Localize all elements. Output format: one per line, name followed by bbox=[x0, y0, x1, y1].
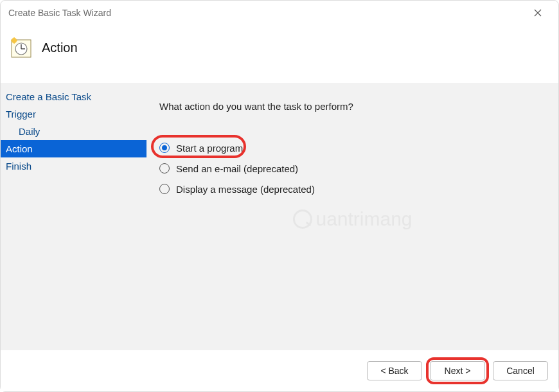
content-panel: What action do you want the task to perf… bbox=[146, 83, 558, 350]
radio-label-start-program[interactable]: Start a program bbox=[176, 143, 243, 154]
radio-row-send-email[interactable]: Send an e-mail (deprecated) bbox=[159, 158, 546, 179]
sidebar-item-label: Daily bbox=[19, 126, 40, 137]
close-button[interactable] bbox=[525, 3, 551, 22]
radio-display-message[interactable] bbox=[159, 184, 170, 194]
body: Create a Basic Task Trigger Daily Action… bbox=[1, 83, 558, 350]
header: Action bbox=[1, 25, 558, 70]
watermark: uantrimang bbox=[292, 208, 412, 230]
back-button[interactable]: < Back bbox=[367, 361, 422, 380]
window-title: Create Basic Task Wizard bbox=[8, 8, 525, 18]
sidebar-item-create-basic-task[interactable]: Create a Basic Task bbox=[1, 88, 146, 105]
sidebar-item-label: Create a Basic Task bbox=[6, 91, 91, 102]
svg-point-4 bbox=[12, 38, 17, 43]
prompt-text: What action do you want the task to perf… bbox=[159, 101, 546, 112]
sidebar: Create a Basic Task Trigger Daily Action… bbox=[1, 83, 146, 350]
sidebar-item-finish[interactable]: Finish bbox=[1, 157, 146, 175]
cancel-button[interactable]: Cancel bbox=[493, 361, 548, 380]
titlebar: Create Basic Task Wizard bbox=[1, 1, 558, 25]
watermark-q-icon bbox=[292, 209, 312, 229]
watermark-text: uantrimang bbox=[315, 208, 412, 230]
button-bar: < Back Next > Cancel bbox=[1, 350, 558, 391]
button-label: Cancel bbox=[506, 366, 535, 376]
radio-row-display-message[interactable]: Display a message (deprecated) bbox=[159, 179, 546, 199]
clock-task-icon bbox=[10, 36, 33, 59]
radio-start-program[interactable] bbox=[159, 143, 170, 153]
button-label: Next > bbox=[445, 366, 471, 376]
sidebar-item-label: Action bbox=[6, 143, 33, 154]
sidebar-item-label: Finish bbox=[6, 161, 31, 172]
wizard-window: Create Basic Task Wizard Action bbox=[0, 0, 559, 392]
page-title: Action bbox=[42, 40, 78, 55]
sidebar-item-daily[interactable]: Daily bbox=[1, 123, 146, 140]
sidebar-item-action[interactable]: Action bbox=[1, 140, 146, 157]
close-icon bbox=[534, 9, 542, 17]
next-button[interactable]: Next > bbox=[430, 361, 485, 380]
radio-row-start-program[interactable]: Start a program bbox=[159, 138, 546, 158]
radio-dot-icon bbox=[162, 145, 167, 150]
sidebar-item-label: Trigger bbox=[6, 109, 36, 120]
radio-send-email[interactable] bbox=[159, 163, 170, 174]
button-label: < Back bbox=[380, 366, 408, 376]
radio-label-send-email[interactable]: Send an e-mail (deprecated) bbox=[176, 163, 298, 174]
radio-label-display-message[interactable]: Display a message (deprecated) bbox=[176, 184, 315, 195]
sidebar-item-trigger[interactable]: Trigger bbox=[1, 105, 146, 123]
